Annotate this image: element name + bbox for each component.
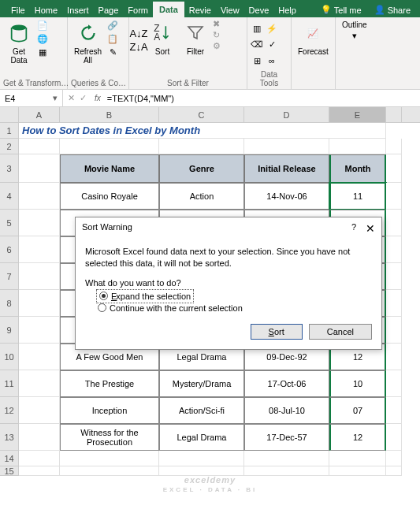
title-cell[interactable]: How to Sort Dates in Excel by Month <box>19 123 386 139</box>
col-header[interactable]: C <box>159 107 244 122</box>
cancel-button[interactable]: Cancel <box>309 324 372 340</box>
row-header[interactable]: 4 <box>0 183 19 210</box>
refresh-all-button[interactable]: Refresh All <box>71 19 105 66</box>
radio-expand-selection[interactable]: Expand the selection <box>98 291 192 302</box>
table-header[interactable]: Movie Name <box>60 154 159 183</box>
tab-file[interactable]: File <box>6 3 30 17</box>
col-header[interactable]: B <box>60 107 159 122</box>
help-button[interactable]: ? <box>351 222 356 235</box>
row-header[interactable]: 6 <box>0 236 19 263</box>
flash-fill-icon[interactable]: ⚡ <box>266 22 278 35</box>
row-header[interactable]: 3 <box>0 154 19 183</box>
table-cell[interactable]: 17-Oct-06 <box>244 370 329 397</box>
row-header[interactable]: 1 <box>0 123 19 139</box>
table-cell[interactable]: 12 <box>329 424 386 451</box>
fx-icon[interactable]: fx <box>91 94 104 102</box>
name-box[interactable]: E4▾ <box>0 90 63 106</box>
select-all-corner[interactable] <box>0 107 19 122</box>
table-cell[interactable]: 11 <box>329 183 386 210</box>
table-cell[interactable]: The Prestige <box>60 370 159 397</box>
group-label <box>295 86 332 89</box>
table-cell[interactable]: 14-Nov-06 <box>244 183 329 210</box>
formula-input[interactable]: =TEXT(D4,"MM") <box>104 92 420 105</box>
tab-data[interactable]: Data <box>153 2 184 17</box>
tab-view[interactable]: View <box>216 3 244 17</box>
from-web-icon[interactable]: 🌐 <box>36 32 49 45</box>
menu-tabbar: File Home Insert Page Form Data Revie Vi… <box>0 0 420 17</box>
table-cell[interactable]: Action/Sci-fi <box>159 397 244 424</box>
col-header[interactable]: D <box>244 107 329 122</box>
col-header[interactable] <box>386 107 402 122</box>
row-header[interactable]: 10 <box>0 344 19 370</box>
row-header[interactable]: 13 <box>0 424 19 451</box>
row-header[interactable]: 9 <box>0 317 19 344</box>
outline-button[interactable]: Outline ▾ <box>339 19 370 43</box>
tab-review[interactable]: Revie <box>184 3 216 17</box>
text-to-columns-icon[interactable]: ▥ <box>251 22 263 35</box>
cancel-formula-icon[interactable]: ✕ <box>68 93 75 103</box>
get-data-button[interactable]: Get Data <box>3 19 35 66</box>
connections-icon[interactable]: 🔗 <box>106 19 119 32</box>
row-header[interactable]: 2 <box>0 139 19 154</box>
lightbulb-icon: 💡 <box>321 5 332 15</box>
edit-links-icon[interactable]: ✎ <box>106 46 119 58</box>
tab-insert[interactable]: Insert <box>62 3 94 17</box>
from-table-icon[interactable]: ▦ <box>36 46 49 58</box>
table-cell[interactable]: Witness for the Prosecution <box>60 424 159 451</box>
col-header[interactable]: A <box>19 107 60 122</box>
enter-formula-icon[interactable]: ✓ <box>80 93 87 103</box>
tab-formulas[interactable]: Form <box>123 3 153 17</box>
clear-filter-icon[interactable]: ✖ <box>213 19 221 29</box>
from-text-icon[interactable]: 📄 <box>36 19 49 32</box>
table-cell[interactable]: 17-Dec-57 <box>244 424 329 451</box>
row-header[interactable]: 11 <box>0 370 19 397</box>
filter-button[interactable]: Filter <box>180 19 211 58</box>
row-header[interactable]: 15 <box>0 466 19 476</box>
share-button[interactable]: 👤Share <box>370 2 415 17</box>
sort-button[interactable]: Sort <box>251 324 303 340</box>
table-cell[interactable]: 08-Jul-10 <box>244 397 329 424</box>
svg-text:A: A <box>154 32 160 43</box>
table-cell[interactable]: 10 <box>329 370 386 397</box>
row-header[interactable]: 14 <box>0 451 19 466</box>
dialog-message: Microsoft Excel found data next to your … <box>85 246 372 270</box>
sort-desc-icon[interactable]: Z↓A <box>132 40 145 53</box>
table-cell[interactable]: Mystery/Drama <box>159 370 244 397</box>
radio-continue-current[interactable]: Continue with the current selection <box>98 302 372 314</box>
forecast-button[interactable]: 📈 Forecast <box>295 19 332 58</box>
col-header[interactable]: E <box>329 107 386 122</box>
table-cell[interactable]: Inception <box>60 397 159 424</box>
tab-page[interactable]: Page <box>94 3 124 17</box>
tell-me-button[interactable]: 💡Tell me <box>316 2 366 17</box>
consolidate-icon[interactable]: ⊞ <box>251 54 263 67</box>
group-label: Data Tools <box>251 69 288 89</box>
row-header[interactable]: 5 <box>0 210 19 236</box>
advanced-icon[interactable]: ⚙ <box>213 41 221 51</box>
watermark: exceldemy EXCEL · DATA · BI <box>163 472 258 493</box>
relationships-icon[interactable]: ∞ <box>266 54 278 67</box>
data-validation-icon[interactable]: ✓ <box>266 39 278 51</box>
tab-help[interactable]: Help <box>273 3 301 17</box>
dialog-question: What do you want to do? <box>85 278 372 288</box>
sort-button[interactable]: ZA Sort <box>147 19 178 58</box>
row-header[interactable]: 12 <box>0 397 19 424</box>
remove-duplicates-icon[interactable]: ⌫ <box>251 39 263 51</box>
refresh-icon <box>76 20 101 46</box>
table-cell[interactable]: 07 <box>329 397 386 424</box>
table-cell[interactable]: Casino Royale <box>60 183 159 210</box>
close-icon[interactable]: ✕ <box>366 222 375 235</box>
tab-home[interactable]: Home <box>30 3 62 17</box>
table-header[interactable]: Genre <box>159 154 244 183</box>
sort-asc-icon[interactable]: A↓Z <box>132 27 145 39</box>
row-header[interactable]: 8 <box>0 290 19 317</box>
chevron-down-icon[interactable]: ▾ <box>53 93 58 103</box>
table-header[interactable]: Initial Release <box>244 154 329 183</box>
reapply-icon[interactable]: ↻ <box>213 30 221 40</box>
tab-developer[interactable]: Deve <box>244 3 274 17</box>
row-header[interactable]: 7 <box>0 263 19 290</box>
table-header[interactable]: Month <box>329 154 386 183</box>
svg-point-0 <box>12 25 27 31</box>
properties-icon[interactable]: 📋 <box>106 32 119 45</box>
table-cell[interactable]: Legal Drama <box>159 424 244 451</box>
table-cell[interactable]: Action <box>159 183 244 210</box>
